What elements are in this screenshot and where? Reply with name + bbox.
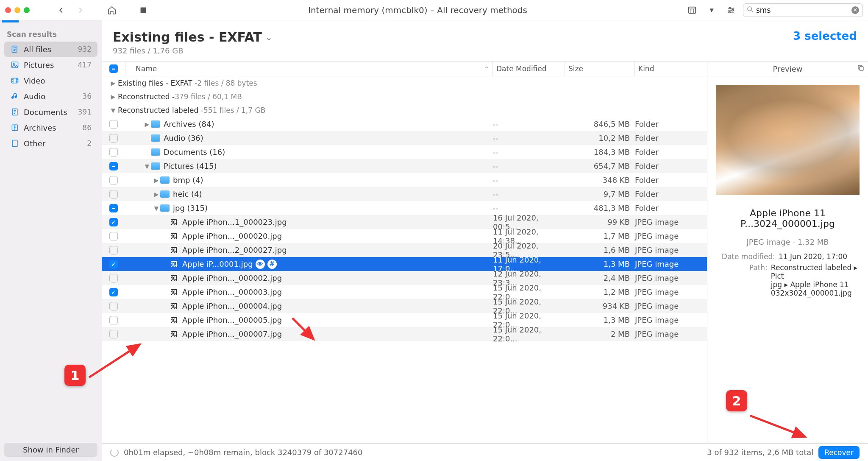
preview-badge-icon[interactable]: 👁 bbox=[256, 260, 265, 269]
file-name: Apple iPhon...1_000023.jpg bbox=[182, 218, 287, 226]
disclosure-icon[interactable]: ▼ bbox=[153, 205, 160, 212]
column-date[interactable]: Date Modified bbox=[493, 61, 565, 76]
folder-row[interactable]: Audio (36)--10,2 MBFolder bbox=[102, 131, 707, 145]
preview-pane: Preview Apple iPhone 11 P...3024_000001.… bbox=[707, 61, 868, 443]
header-checkbox[interactable]: – bbox=[102, 61, 125, 76]
row-checkbox[interactable]: ✓ bbox=[109, 218, 118, 226]
row-checkbox[interactable]: – bbox=[109, 162, 118, 170]
hex-badge-icon[interactable]: # bbox=[267, 260, 277, 269]
spinner-icon bbox=[110, 448, 119, 457]
file-name: Apple iPhon..._000002.jpg bbox=[182, 274, 282, 282]
file-kind: JPEG image bbox=[635, 288, 707, 296]
folder-icon bbox=[151, 148, 160, 157]
sidebar-item-video[interactable]: Video bbox=[4, 73, 97, 88]
sidebar-item-archives[interactable]: Archives86 bbox=[4, 120, 97, 135]
file-row[interactable]: ✓🖼Apple iP...0001.jpg👁#11 Jun 2020, 17:0… bbox=[102, 257, 707, 271]
svg-rect-1 bbox=[689, 7, 696, 13]
disclosure-icon[interactable]: ▶ bbox=[153, 177, 160, 184]
row-checkbox[interactable] bbox=[109, 246, 118, 254]
search-icon bbox=[747, 6, 754, 14]
row-checkbox[interactable] bbox=[109, 274, 118, 282]
row-checkbox[interactable] bbox=[109, 134, 118, 142]
disclosure-icon[interactable]: ▼ bbox=[143, 163, 151, 170]
disclosure-icon[interactable]: ▶ bbox=[153, 191, 160, 198]
folder-row[interactable]: ▶Archives (84)--846,5 MBFolder bbox=[102, 117, 707, 131]
row-checkbox[interactable] bbox=[109, 302, 118, 310]
file-date: -- bbox=[493, 148, 565, 156]
search-field[interactable]: ✕ bbox=[743, 3, 863, 17]
disclosure-icon[interactable]: ▼ bbox=[108, 107, 118, 114]
row-checkbox[interactable] bbox=[109, 176, 118, 184]
recover-button[interactable]: Recover bbox=[818, 446, 860, 459]
view-dropdown-icon[interactable]: ▼ bbox=[704, 3, 719, 18]
file-row[interactable]: 🖼Apple iPhon..._000007.jpg15 Jun 2020, 2… bbox=[102, 327, 707, 341]
file-row[interactable]: 🖼Apple iPhon...2_000027.jpg20 Jul 2020, … bbox=[102, 243, 707, 257]
file-list: ▶Existing files - EXFAT - 2 files / 88 b… bbox=[102, 76, 707, 443]
sidebar-item-all-files[interactable]: All files932 bbox=[4, 42, 97, 57]
home-button[interactable] bbox=[104, 3, 120, 18]
preview-kind-size: JPEG image · 1.32 MB bbox=[716, 237, 860, 246]
audio-icon bbox=[10, 92, 19, 101]
folder-row[interactable]: –▼Pictures (415)--654,7 MBFolder bbox=[102, 159, 707, 173]
sidebar-item-audio[interactable]: Audio36 bbox=[4, 89, 97, 104]
minimize-window-button[interactable] bbox=[14, 7, 20, 13]
sidebar-item-other[interactable]: Other2 bbox=[4, 136, 97, 151]
disclosure-icon[interactable]: ▶ bbox=[143, 121, 151, 128]
row-checkbox[interactable] bbox=[109, 232, 118, 240]
column-size[interactable]: Size bbox=[565, 61, 635, 76]
close-window-button[interactable] bbox=[5, 7, 11, 13]
sidebar-item-documents[interactable]: Documents391 bbox=[4, 104, 97, 120]
view-options-button[interactable] bbox=[684, 3, 700, 18]
file-row[interactable]: 🖼Apple iPhon..._000005.jpg15 Jun 2020, 2… bbox=[102, 313, 707, 327]
status-progress-text: 0h01m elapsed, ~0h08m remain, block 3240… bbox=[124, 448, 363, 457]
row-checkbox[interactable] bbox=[109, 330, 118, 338]
row-checkbox[interactable] bbox=[109, 316, 118, 324]
file-kind: Folder bbox=[635, 190, 707, 198]
group-row[interactable]: ▶Existing files - EXFAT - 2 files / 88 b… bbox=[102, 76, 707, 90]
stop-button[interactable] bbox=[136, 3, 151, 18]
search-input[interactable] bbox=[756, 6, 849, 14]
row-checkbox[interactable] bbox=[109, 190, 118, 198]
column-kind[interactable]: Kind bbox=[635, 61, 707, 76]
file-kind: JPEG image bbox=[635, 316, 707, 324]
filter-settings-button[interactable] bbox=[723, 3, 739, 18]
disclosure-icon[interactable]: ▶ bbox=[108, 80, 118, 87]
file-icon: 🖼 bbox=[170, 232, 179, 241]
file-size: 1,3 MB bbox=[565, 316, 635, 324]
forward-button[interactable] bbox=[73, 3, 88, 18]
group-row[interactable]: ▶Reconstructed - 379 files / 60,1 MB bbox=[102, 90, 707, 103]
folder-row[interactable]: ▶heic (4)--9,7 MBFolder bbox=[102, 187, 707, 201]
column-name[interactable]: Name⌃ bbox=[125, 61, 493, 76]
row-checkbox[interactable]: – bbox=[109, 204, 118, 212]
group-row[interactable]: ▼Reconstructed labeled - 551 files / 1,7… bbox=[102, 103, 707, 117]
copy-preview-button[interactable] bbox=[857, 64, 865, 73]
folder-row[interactable]: –▼jpg (315)--481,3 MBFolder bbox=[102, 201, 707, 215]
sidebar-item-pictures[interactable]: Pictures417 bbox=[4, 57, 97, 73]
title-dropdown-icon[interactable]: ⌄ bbox=[265, 32, 273, 42]
content-header: Existing files - EXFAT⌄ 932 files / 1,76… bbox=[102, 20, 868, 61]
file-row[interactable]: 🖼Apple iPhon..._000002.jpg12 Jun 2020, 2… bbox=[102, 271, 707, 285]
zoom-window-button[interactable] bbox=[24, 7, 30, 13]
folder-row[interactable]: ▶bmp (4)--348 KBFolder bbox=[102, 173, 707, 187]
status-selection-text: 3 of 932 items, 2,6 MB total bbox=[707, 448, 813, 457]
file-name: Audio (36) bbox=[164, 134, 203, 142]
back-button[interactable] bbox=[53, 3, 69, 18]
file-size: 9,7 MB bbox=[565, 190, 635, 198]
file-row[interactable]: 🖼Apple iPhon..._000020.jpg11 Jul 2020, 1… bbox=[102, 229, 707, 243]
row-checkbox[interactable]: ✓ bbox=[109, 260, 118, 268]
svg-point-4 bbox=[729, 11, 731, 13]
disclosure-icon[interactable]: ▶ bbox=[108, 93, 118, 100]
file-name: heic (4) bbox=[173, 190, 202, 198]
show-in-finder-button[interactable]: Show in Finder bbox=[4, 443, 97, 457]
file-row[interactable]: ✓🖼Apple iPhon...1_000023.jpg16 Jul 2020,… bbox=[102, 215, 707, 229]
file-row[interactable]: ✓🖼Apple iPhon..._000003.jpg15 Jun 2020, … bbox=[102, 285, 707, 299]
file-icon: 🖼 bbox=[170, 260, 179, 269]
svg-point-2 bbox=[729, 7, 731, 9]
row-checkbox[interactable] bbox=[109, 148, 118, 156]
row-checkbox[interactable]: ✓ bbox=[109, 288, 118, 296]
clear-search-button[interactable]: ✕ bbox=[851, 6, 859, 14]
folder-row[interactable]: Documents (16)--184,3 MBFolder bbox=[102, 145, 707, 159]
preview-path-label: Path: bbox=[716, 263, 768, 297]
row-checkbox[interactable] bbox=[109, 120, 118, 129]
file-row[interactable]: 🖼Apple iPhon..._000004.jpg15 Jun 2020, 2… bbox=[102, 299, 707, 313]
